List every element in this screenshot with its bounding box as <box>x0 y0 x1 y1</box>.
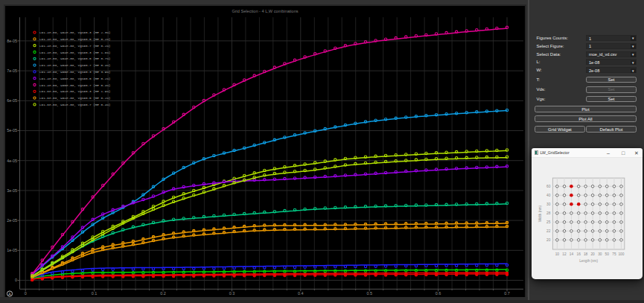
svg-text:50: 50 <box>605 252 610 256</box>
svg-text:14: 14 <box>570 252 574 256</box>
svg-text:40: 40 <box>546 193 551 197</box>
svg-text:0: 0 <box>15 278 17 282</box>
svg-text:L=1.4e-08, W=6e-08, vgs=0.3 (R: L=1.4e-08, W=6e-08, vgs=0.3 (RE 3.9%) <box>39 70 110 74</box>
svg-text:10: 10 <box>555 252 560 256</box>
svg-text:60: 60 <box>546 184 551 188</box>
svg-text:A: A <box>8 292 11 296</box>
svg-text:18: 18 <box>584 252 588 256</box>
svg-text:L=1.4e-08, W=4e-08, vgs=0.3 (R: L=1.4e-08, W=4e-08, vgs=0.3 (RE 1.6%) <box>39 51 110 54</box>
svg-text:16: 16 <box>577 252 581 256</box>
svg-text:8e-05: 8e-05 <box>7 39 17 43</box>
svg-text:7e-05: 7e-05 <box>7 68 17 73</box>
svg-text:22: 22 <box>546 229 551 232</box>
svg-text:5e-05: 5e-05 <box>7 128 17 133</box>
svg-text:0.4: 0.4 <box>298 291 304 296</box>
svg-text:L=1.4e-08, W=6e-08, vgs=0.7 (R: L=1.4e-08, W=6e-08, vgs=0.7 (RE 0.4%) <box>39 83 110 87</box>
svg-text:6e-05: 6e-05 <box>7 98 17 103</box>
svg-text:0.5: 0.5 <box>366 291 372 296</box>
svg-text:2e-05: 2e-05 <box>7 218 17 223</box>
svg-text:L=1.4e-08, W=6e-08, vgs=0.5 (R: L=1.4e-08, W=6e-08, vgs=0.5 (RE 0.2%) <box>39 77 110 80</box>
svg-text:L=1.4e-08, W=4e-08, vgs=0.7 (R: L=1.4e-08, W=4e-08, vgs=0.7 (RE 0.4%) <box>39 63 110 67</box>
svg-text:4e-05: 4e-05 <box>7 159 17 163</box>
svg-text:Grid Selection - 4 L,W combina: Grid Selection - 4 L,W combinations <box>232 9 298 13</box>
svg-text:30: 30 <box>546 202 551 205</box>
svg-text:0: 0 <box>25 291 27 296</box>
svg-text:0.7: 0.7 <box>504 291 510 296</box>
svg-text:1e-05: 1e-05 <box>7 248 17 252</box>
svg-text:L=1.6e-08, W=2e-08, vgs=0.3 (R: L=1.6e-08, W=2e-08, vgs=0.3 (RE 1.9%) <box>39 89 110 93</box>
svg-text:3e-05: 3e-05 <box>7 188 17 193</box>
svg-text:12: 12 <box>562 252 567 256</box>
svg-text:20: 20 <box>590 252 595 256</box>
svg-text:100: 100 <box>618 252 624 256</box>
svg-text:0.3: 0.3 <box>229 291 235 296</box>
svg-text:Width (nm): Width (nm) <box>538 205 542 222</box>
svg-text:L=1.4e-08, W=2e-08, vgs=0.5 (R: L=1.4e-08, W=2e-08, vgs=0.5 (RE 0.2%) <box>39 37 110 41</box>
svg-text:25: 25 <box>546 220 551 223</box>
svg-text:L=1.6e-08, W=2e-08, vgs=0.5 (R: L=1.6e-08, W=2e-08, vgs=0.5 (RE 0.2%) <box>39 96 110 100</box>
svg-text:Length (nm): Length (nm) <box>579 258 598 262</box>
svg-text:L=1.4e-08, W=2e-08, vgs=0.7 (R: L=1.4e-08, W=2e-08, vgs=0.7 (RE 0.2%) <box>39 44 110 48</box>
svg-text:0.6: 0.6 <box>436 291 441 296</box>
svg-text:75: 75 <box>612 252 616 256</box>
svg-text:L=1.4e-08, W=2e-08, vgs=0.3 (R: L=1.4e-08, W=2e-08, vgs=0.3 (RE 2.3%) <box>39 31 110 34</box>
svg-text:0.2: 0.2 <box>160 291 166 296</box>
svg-text:L=1.6e-08, W=2e-08, vgs=0.7 (R: L=1.6e-08, W=2e-08, vgs=0.7 (RE 0.4%) <box>39 103 110 106</box>
svg-text:30: 30 <box>598 252 602 256</box>
svg-text:0.1: 0.1 <box>92 291 98 296</box>
svg-text:28: 28 <box>546 211 551 214</box>
svg-text:20: 20 <box>546 237 551 241</box>
svg-text:L=1.4e-08, W=4e-08, vgs=0.5 (R: L=1.4e-08, W=4e-08, vgs=0.5 (RE 0.7%) <box>39 57 110 60</box>
